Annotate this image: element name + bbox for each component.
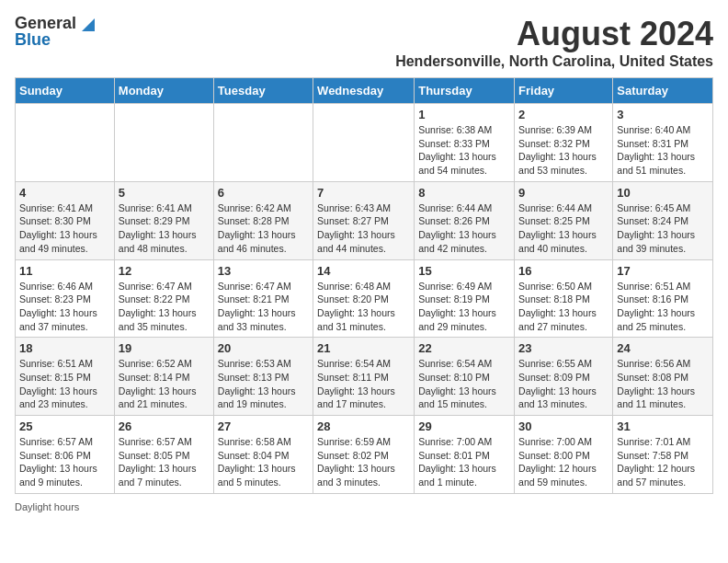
day-info: Sunrise: 7:00 AMSunset: 8:00 PMDaylight:…: [518, 435, 609, 489]
day-number: 30: [518, 419, 609, 433]
day-number: 15: [418, 264, 510, 278]
main-title: August 2024: [395, 15, 713, 53]
calendar-cell: 13Sunrise: 6:47 AMSunset: 8:21 PMDayligh…: [213, 259, 313, 338]
day-info: Sunrise: 6:44 AMSunset: 8:26 PMDaylight:…: [418, 201, 510, 256]
day-number: 22: [418, 341, 510, 355]
logo: General Blue: [15, 15, 95, 48]
day-info: Sunrise: 6:47 AMSunset: 8:22 PMDaylight:…: [119, 280, 210, 334]
day-info: Sunrise: 6:49 AMSunset: 8:19 PMDaylight:…: [418, 280, 510, 334]
day-number: 23: [518, 341, 609, 355]
logo-icon: [78, 15, 95, 31]
day-info: Sunrise: 6:59 AMSunset: 8:02 PMDaylight:…: [317, 435, 410, 489]
calendar-cell: 11Sunrise: 6:46 AMSunset: 8:23 PMDayligh…: [16, 259, 115, 338]
calendar-header-row: SundayMondayTuesdayWednesdayThursdayFrid…: [16, 78, 713, 104]
calendar-header-saturday: Saturday: [613, 78, 713, 104]
day-info: Sunrise: 6:40 AMSunset: 8:31 PMDaylight:…: [617, 123, 709, 178]
day-number: 24: [617, 341, 709, 355]
day-info: Sunrise: 6:57 AMSunset: 8:05 PMDaylight:…: [119, 435, 210, 489]
day-number: 5: [119, 186, 210, 200]
calendar-cell: 17Sunrise: 6:51 AMSunset: 8:16 PMDayligh…: [613, 259, 713, 338]
logo-blue: Blue: [15, 31, 51, 48]
day-number: 13: [218, 264, 309, 278]
calendar-header-sunday: Sunday: [16, 78, 115, 104]
calendar-cell: 26Sunrise: 6:57 AMSunset: 8:05 PMDayligh…: [114, 416, 213, 494]
day-info: Sunrise: 7:00 AMSunset: 8:01 PMDaylight:…: [418, 435, 510, 489]
calendar-cell: 9Sunrise: 6:44 AMSunset: 8:25 PMDaylight…: [515, 181, 613, 259]
calendar-cell: 7Sunrise: 6:43 AMSunset: 8:27 PMDaylight…: [313, 181, 415, 259]
day-info: Sunrise: 6:58 AMSunset: 8:04 PMDaylight:…: [218, 435, 309, 489]
day-number: 14: [317, 264, 410, 278]
footer: Daylight hours: [15, 501, 713, 512]
calendar-week-row: 1Sunrise: 6:38 AMSunset: 8:33 PMDaylight…: [16, 104, 713, 182]
day-number: 8: [418, 186, 510, 200]
day-number: 17: [617, 264, 709, 278]
day-info: Sunrise: 6:53 AMSunset: 8:13 PMDaylight:…: [218, 357, 309, 411]
calendar-header-wednesday: Wednesday: [313, 78, 415, 104]
calendar-cell: 14Sunrise: 6:48 AMSunset: 8:20 PMDayligh…: [313, 259, 415, 338]
calendar-cell: 21Sunrise: 6:54 AMSunset: 8:11 PMDayligh…: [313, 338, 415, 416]
calendar-cell: 10Sunrise: 6:45 AMSunset: 8:24 PMDayligh…: [613, 181, 713, 259]
calendar-cell: 20Sunrise: 6:53 AMSunset: 8:13 PMDayligh…: [213, 338, 313, 416]
day-info: Sunrise: 6:38 AMSunset: 8:33 PMDaylight:…: [418, 123, 510, 178]
day-number: 20: [218, 341, 309, 355]
calendar-cell: 24Sunrise: 6:56 AMSunset: 8:08 PMDayligh…: [613, 338, 713, 416]
calendar-cell: 6Sunrise: 6:42 AMSunset: 8:28 PMDaylight…: [213, 181, 313, 259]
day-number: 29: [418, 419, 510, 433]
day-number: 7: [317, 186, 410, 200]
header: General Blue August 2024 Hendersonville,…: [15, 15, 713, 70]
calendar-cell: 5Sunrise: 6:41 AMSunset: 8:29 PMDaylight…: [114, 181, 213, 259]
calendar-cell: 27Sunrise: 6:58 AMSunset: 8:04 PMDayligh…: [213, 416, 313, 494]
day-info: Sunrise: 6:42 AMSunset: 8:28 PMDaylight:…: [218, 201, 309, 256]
footer-text: Daylight hours: [15, 501, 79, 512]
day-number: 31: [617, 419, 709, 433]
day-info: Sunrise: 6:48 AMSunset: 8:20 PMDaylight:…: [317, 280, 410, 334]
day-number: 1: [418, 108, 510, 121]
day-info: Sunrise: 6:43 AMSunset: 8:27 PMDaylight:…: [317, 201, 410, 256]
day-info: Sunrise: 6:54 AMSunset: 8:11 PMDaylight:…: [317, 357, 410, 411]
day-info: Sunrise: 6:51 AMSunset: 8:15 PMDaylight:…: [19, 357, 110, 411]
calendar-cell: [114, 104, 213, 182]
day-number: 3: [617, 108, 709, 121]
calendar-cell: 1Sunrise: 6:38 AMSunset: 8:33 PMDaylight…: [415, 104, 515, 182]
calendar-table: SundayMondayTuesdayWednesdayThursdayFrid…: [15, 77, 713, 494]
day-info: Sunrise: 6:41 AMSunset: 8:30 PMDaylight:…: [19, 201, 110, 256]
day-number: 18: [19, 341, 110, 355]
calendar-cell: 2Sunrise: 6:39 AMSunset: 8:32 PMDaylight…: [515, 104, 613, 182]
day-number: 10: [617, 186, 709, 200]
day-number: 4: [19, 186, 110, 200]
calendar-cell: 31Sunrise: 7:01 AMSunset: 7:58 PMDayligh…: [613, 416, 713, 494]
day-info: Sunrise: 6:51 AMSunset: 8:16 PMDaylight:…: [617, 280, 709, 334]
title-area: August 2024 Hendersonville, North Caroli…: [395, 15, 713, 70]
calendar-header-monday: Monday: [114, 78, 213, 104]
calendar-cell: 12Sunrise: 6:47 AMSunset: 8:22 PMDayligh…: [114, 259, 213, 338]
day-number: 11: [19, 264, 110, 278]
day-info: Sunrise: 6:45 AMSunset: 8:24 PMDaylight:…: [617, 201, 709, 256]
day-info: Sunrise: 6:50 AMSunset: 8:18 PMDaylight:…: [518, 280, 609, 334]
calendar-week-row: 4Sunrise: 6:41 AMSunset: 8:30 PMDaylight…: [16, 181, 713, 259]
day-number: 28: [317, 419, 410, 433]
calendar-week-row: 25Sunrise: 6:57 AMSunset: 8:06 PMDayligh…: [16, 416, 713, 494]
calendar-cell: 28Sunrise: 6:59 AMSunset: 8:02 PMDayligh…: [313, 416, 415, 494]
day-info: Sunrise: 7:01 AMSunset: 7:58 PMDaylight:…: [617, 435, 709, 489]
calendar-cell: 4Sunrise: 6:41 AMSunset: 8:30 PMDaylight…: [16, 181, 115, 259]
calendar-cell: 25Sunrise: 6:57 AMSunset: 8:06 PMDayligh…: [16, 416, 115, 494]
calendar-week-row: 11Sunrise: 6:46 AMSunset: 8:23 PMDayligh…: [16, 259, 713, 338]
day-info: Sunrise: 6:41 AMSunset: 8:29 PMDaylight:…: [119, 201, 210, 256]
day-info: Sunrise: 6:44 AMSunset: 8:25 PMDaylight:…: [518, 201, 609, 256]
day-number: 2: [518, 108, 609, 121]
day-info: Sunrise: 6:56 AMSunset: 8:08 PMDaylight:…: [617, 357, 709, 411]
day-number: 27: [218, 419, 309, 433]
svg-marker-0: [82, 18, 95, 31]
calendar-cell: [213, 104, 313, 182]
day-info: Sunrise: 6:54 AMSunset: 8:10 PMDaylight:…: [418, 357, 510, 411]
day-info: Sunrise: 6:55 AMSunset: 8:09 PMDaylight:…: [518, 357, 609, 411]
calendar-cell: 3Sunrise: 6:40 AMSunset: 8:31 PMDaylight…: [613, 104, 713, 182]
calendar-cell: [313, 104, 415, 182]
calendar-header-friday: Friday: [515, 78, 613, 104]
calendar-cell: 8Sunrise: 6:44 AMSunset: 8:26 PMDaylight…: [415, 181, 515, 259]
day-number: 25: [19, 419, 110, 433]
day-number: 9: [518, 186, 609, 200]
day-info: Sunrise: 6:52 AMSunset: 8:14 PMDaylight:…: [119, 357, 210, 411]
day-number: 21: [317, 341, 410, 355]
day-info: Sunrise: 6:47 AMSunset: 8:21 PMDaylight:…: [218, 280, 309, 334]
